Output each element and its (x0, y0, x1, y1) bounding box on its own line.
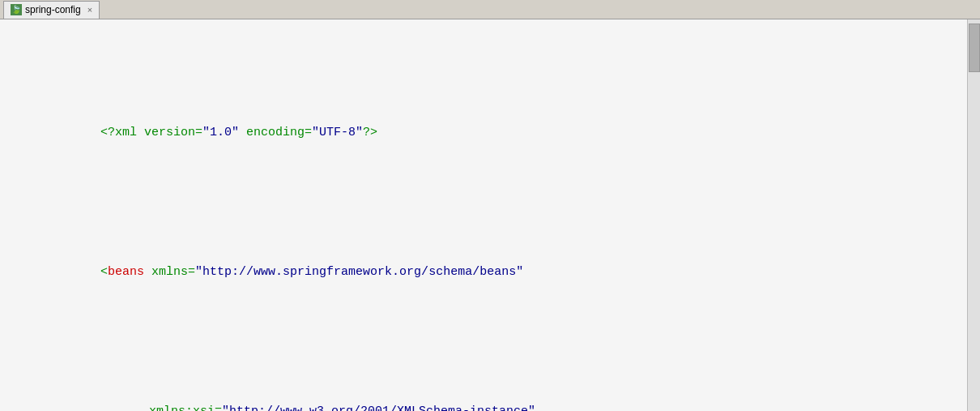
tab-label: spring-config (25, 4, 81, 15)
scrollbar-right[interactable] (967, 19, 980, 411)
line-3: xmlns:xsi="http://www.w3.org/2001/XMLSch… (0, 382, 980, 412)
line-2-content: <beans xmlns="http://www.springframework… (39, 242, 980, 303)
tab-icon: 🍃 (11, 4, 22, 15)
editor-area[interactable]: <?xml version="1.0" encoding="UTF-8"?> <… (0, 19, 980, 411)
tab-close-icon[interactable]: × (87, 5, 92, 15)
scrollbar-thumb[interactable] (969, 24, 980, 72)
line-2: <beans xmlns="http://www.springframework… (0, 242, 980, 303)
line-1-content: <?xml version="1.0" encoding="UTF-8"?> (39, 102, 980, 164)
tab-bar: 🍃 spring-config × (0, 0, 980, 19)
line-number-1 (0, 102, 24, 104)
line-1: <?xml version="1.0" encoding="UTF-8"?> (0, 102, 980, 164)
tab-spring-config[interactable]: 🍃 spring-config × (3, 1, 100, 19)
line-3-content: xmlns:xsi="http://www.w3.org/2001/XMLSch… (39, 382, 980, 412)
line-number-3 (0, 382, 24, 383)
line-number-2 (0, 242, 24, 243)
code-content: <?xml version="1.0" encoding="UTF-8"?> <… (0, 19, 980, 411)
